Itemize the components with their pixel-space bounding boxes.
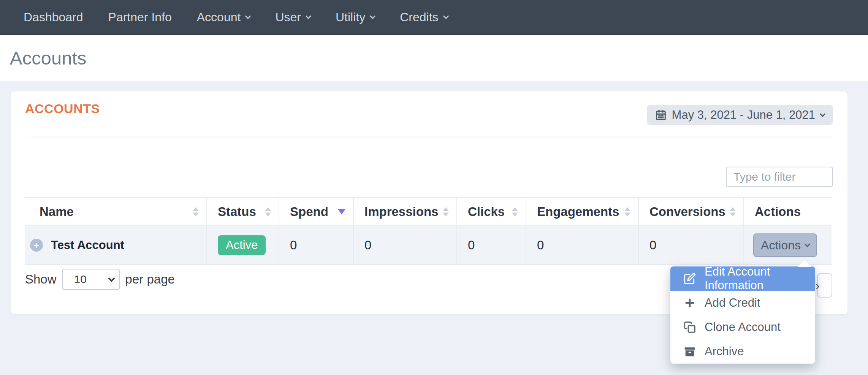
table-header-row: Name Status Spend Impressions Clicks bbox=[25, 197, 832, 226]
conversions-cell: 0 bbox=[639, 226, 744, 264]
nav-item-partner-info[interactable]: Partner Info bbox=[108, 10, 172, 24]
column-header-engagements[interactable]: Engagements bbox=[526, 198, 639, 225]
archive-icon bbox=[683, 345, 697, 358]
name-cell: + Test Account bbox=[25, 226, 207, 264]
nav-item-account[interactable]: Account bbox=[197, 10, 250, 24]
account-name: Test Account bbox=[51, 238, 124, 252]
pagination-next-button[interactable]: › bbox=[817, 273, 832, 298]
chevron-down-icon bbox=[370, 13, 376, 19]
chevron-down-icon bbox=[108, 275, 115, 282]
nav-item-user[interactable]: User bbox=[275, 10, 310, 24]
sort-icon[interactable] bbox=[730, 207, 736, 216]
date-range-label: May 3, 2021 - June 1, 2021 bbox=[672, 108, 815, 122]
clone-icon bbox=[683, 321, 697, 333]
menu-item-add-credit[interactable]: Add Credit bbox=[670, 291, 815, 315]
navbar: Dashboard Partner Info Account User Util… bbox=[0, 0, 868, 35]
chevron-down-icon bbox=[306, 13, 312, 19]
actions-button[interactable]: Actions bbox=[753, 233, 817, 257]
per-page-label: per page bbox=[125, 272, 175, 287]
show-label: Show bbox=[25, 272, 57, 287]
chevron-right-icon: › bbox=[816, 279, 820, 293]
per-page-select[interactable]: 10 bbox=[62, 269, 120, 290]
menu-item-edit-account-information[interactable]: Edit Account Information bbox=[670, 266, 815, 291]
sort-icon[interactable] bbox=[443, 207, 449, 216]
accounts-table: Name Status Spend Impressions Clicks bbox=[25, 197, 832, 265]
edit-icon bbox=[683, 273, 697, 285]
actions-dropdown-menu: Edit Account Information Add Credit Clon… bbox=[670, 266, 815, 364]
column-header-conversions[interactable]: Conversions bbox=[639, 198, 744, 225]
sort-icon[interactable] bbox=[512, 207, 518, 216]
sort-descending-icon[interactable] bbox=[338, 209, 345, 214]
menu-item-clone-account[interactable]: Clone Account bbox=[670, 315, 815, 339]
divider bbox=[25, 137, 832, 137]
chevron-down-icon bbox=[245, 13, 251, 19]
expand-row-button[interactable]: + bbox=[30, 239, 43, 252]
column-header-impressions[interactable]: Impressions bbox=[354, 198, 457, 225]
impressions-cell: 0 bbox=[354, 226, 457, 264]
spend-cell: 0 bbox=[279, 226, 354, 264]
sort-icon[interactable] bbox=[624, 207, 630, 216]
sort-icon[interactable] bbox=[265, 207, 271, 216]
chevron-down-icon bbox=[443, 13, 449, 19]
sort-icon[interactable] bbox=[193, 207, 199, 216]
nav-item-credits[interactable]: Credits bbox=[400, 10, 448, 24]
nav-item-dashboard[interactable]: Dashboard bbox=[24, 10, 83, 24]
page-title: Accounts bbox=[10, 35, 87, 81]
column-header-name[interactable]: Name bbox=[25, 198, 207, 225]
actions-cell: Actions bbox=[744, 226, 832, 264]
column-header-clicks[interactable]: Clicks bbox=[457, 198, 526, 225]
dropdown-caret bbox=[798, 260, 811, 267]
clicks-cell: 0 bbox=[457, 226, 526, 264]
date-range-button[interactable]: May 3, 2021 - June 1, 2021 bbox=[647, 105, 833, 125]
status-badge: Active bbox=[218, 235, 266, 255]
column-header-actions: Actions bbox=[744, 198, 832, 225]
per-page-bar: Show 10 per page bbox=[25, 269, 175, 290]
column-header-spend[interactable]: Spend bbox=[279, 198, 354, 225]
engagements-cell: 0 bbox=[526, 226, 639, 264]
column-header-status[interactable]: Status bbox=[207, 198, 279, 225]
calendar-icon bbox=[655, 109, 667, 121]
menu-item-archive[interactable]: Archive bbox=[670, 339, 815, 364]
chevron-down-icon bbox=[820, 111, 826, 117]
chevron-down-icon bbox=[805, 241, 811, 247]
app-window: Dashboard Partner Info Account User Util… bbox=[0, 0, 868, 375]
page-header: Accounts bbox=[0, 35, 868, 81]
status-cell: Active bbox=[207, 226, 279, 264]
nav-item-utility[interactable]: Utility bbox=[336, 10, 375, 24]
card-title: ACCOUNTS bbox=[25, 101, 100, 116]
plus-icon bbox=[683, 297, 697, 309]
filter-input[interactable] bbox=[726, 167, 833, 187]
table-row: + Test Account Active 0 0 0 0 0 Actions bbox=[25, 226, 832, 265]
